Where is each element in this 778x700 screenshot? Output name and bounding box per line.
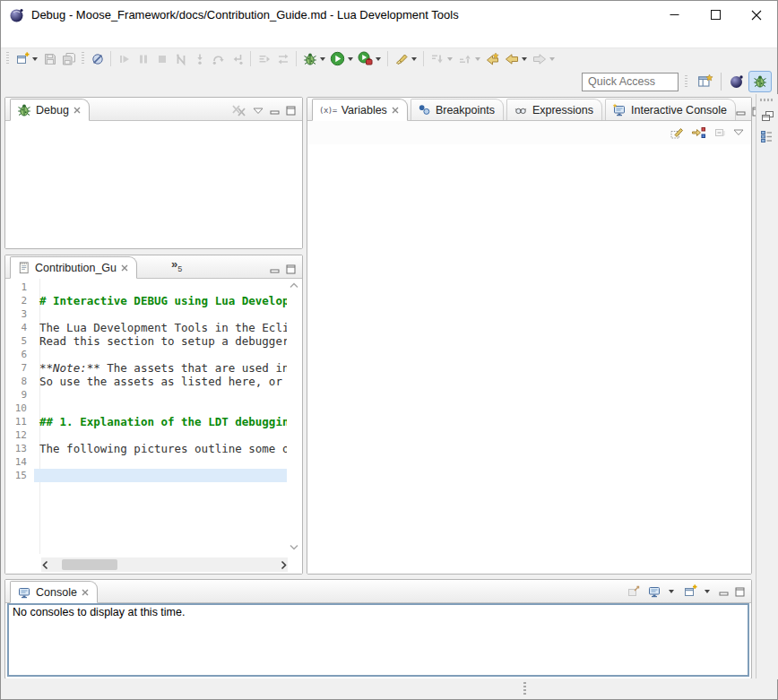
show-type-names-icon[interactable] (670, 125, 685, 140)
minimize-icon[interactable] (270, 106, 280, 116)
line-number[interactable]: 9 (5, 388, 34, 402)
tab-console[interactable]: Console (10, 581, 98, 603)
debug-dropdown-icon[interactable] (320, 57, 325, 61)
close-icon[interactable] (392, 107, 399, 114)
maximize-icon[interactable] (735, 587, 745, 597)
close-icon[interactable] (73, 107, 81, 114)
display-selected-console-icon[interactable] (647, 584, 661, 599)
external-tools-icon[interactable] (356, 49, 375, 68)
line-number[interactable]: 12 (5, 428, 34, 442)
maximize-icon[interactable] (286, 106, 296, 116)
line-number[interactable]: 11 (5, 415, 34, 428)
console-content[interactable]: No consoles to display at this time. (7, 603, 749, 677)
scroll-left-icon[interactable] (41, 560, 49, 570)
maximize-icon[interactable] (286, 264, 296, 274)
status-drag-handle[interactable] (523, 682, 526, 695)
editor-line[interactable]: 15 (5, 469, 287, 482)
editor-line[interactable]: 11 ## 1. Explanation of the LDT debuggin (5, 415, 287, 428)
scrollbar-thumb[interactable] (62, 559, 117, 570)
restore-view-icon[interactable] (761, 109, 774, 122)
quick-access-input[interactable] (582, 73, 679, 91)
line-number[interactable]: 1 (5, 281, 34, 294)
editor-line[interactable]: 7 **Note:** The assets that are used in (5, 361, 287, 375)
editor-content[interactable]: 1 2 # Interactive DEBUG using Lua Develo… (5, 279, 302, 574)
minimize-icon[interactable] (270, 264, 280, 274)
back-dropdown-icon[interactable] (522, 57, 527, 61)
editor-line[interactable]: 5 Read this section to setup a debugger (5, 334, 287, 348)
last-edit-location-icon[interactable] (483, 49, 502, 68)
skip-all-breakpoints-icon[interactable] (88, 49, 107, 68)
minimize-icon[interactable] (719, 587, 729, 597)
mark-occurrences-dropdown-icon[interactable] (411, 57, 417, 61)
mark-occurrences-icon[interactable] (392, 49, 411, 68)
code-text (34, 402, 287, 415)
run-dropdown-icon[interactable] (348, 57, 353, 61)
minimize-icon[interactable] (736, 107, 746, 117)
tab-expressions[interactable]: Expressions (506, 99, 602, 120)
save-all-icon[interactable] (59, 49, 78, 68)
debug-view-content[interactable] (5, 121, 302, 248)
variables-view-content[interactable] (307, 144, 751, 574)
new-dropdown-icon[interactable] (32, 57, 38, 61)
open-perspective-icon[interactable] (694, 71, 717, 92)
editor-lines[interactable]: 1 2 # Interactive DEBUG using Lua Develo… (5, 279, 287, 554)
line-number[interactable]: 13 (5, 442, 34, 455)
hidden-editors-chevron[interactable]: »5 (171, 257, 182, 273)
line-number[interactable]: 6 (5, 348, 34, 361)
show-logical-structures-icon[interactable] (691, 125, 706, 140)
editor-line[interactable]: 4 The Lua Development Tools in the Ecli (5, 321, 287, 334)
tab-variables[interactable]: (x)= Variables (312, 99, 408, 121)
editor-line[interactable]: 9 (5, 388, 287, 402)
editor-toolbar (270, 264, 302, 274)
scrollbar-track[interactable] (49, 557, 280, 572)
tab-debug[interactable]: Debug (10, 99, 90, 121)
editor-line[interactable]: 2 # Interactive DEBUG using Lua Develop (5, 294, 287, 307)
close-icon[interactable] (121, 264, 128, 272)
line-number[interactable]: 8 (5, 375, 34, 388)
editor-line[interactable]: 1 (5, 281, 287, 294)
tab-label: Breakpoints (436, 104, 495, 117)
status-bar (2, 678, 776, 698)
scroll-right-icon[interactable] (280, 560, 288, 570)
new-wizard-icon[interactable] (13, 49, 31, 68)
lua-perspective-icon[interactable] (725, 71, 748, 92)
close-icon[interactable] (82, 589, 89, 596)
line-number[interactable]: 2 (5, 294, 34, 307)
save-icon[interactable] (40, 49, 59, 68)
editor-line[interactable]: 6 (5, 348, 287, 361)
line-number[interactable]: 7 (5, 361, 34, 375)
window-minimize-icon[interactable] (653, 1, 695, 29)
open-console-dropdown-icon[interactable] (705, 590, 710, 593)
line-number[interactable]: 14 (5, 455, 34, 469)
editor-line[interactable]: 13 The following pictures outline some o (5, 442, 287, 455)
window-maximize-icon[interactable] (695, 1, 736, 29)
editor-line[interactable]: 3 (5, 307, 287, 321)
horizontal-scrollbar[interactable] (41, 557, 288, 572)
scroll-up-icon[interactable] (290, 282, 298, 289)
run-icon[interactable] (328, 49, 347, 68)
external-tools-dropdown-icon[interactable] (376, 57, 381, 61)
view-menu-icon[interactable] (733, 129, 744, 136)
editor-line[interactable]: 8 So use the assets as listed here, or (5, 375, 287, 388)
debug-icon[interactable] (300, 49, 319, 68)
back-icon[interactable] (502, 49, 521, 68)
line-number[interactable]: 10 (5, 402, 34, 415)
outline-view-icon[interactable] (760, 130, 774, 143)
scroll-down-icon[interactable] (290, 544, 298, 550)
window-close-icon[interactable] (736, 1, 777, 29)
view-menu-icon[interactable] (253, 108, 264, 115)
tab-interactive-console[interactable]: Interactive Console (605, 99, 736, 120)
tab-breakpoints[interactable]: Breakpoints (411, 99, 504, 120)
debug-perspective-icon[interactable] (748, 71, 772, 92)
editor-line[interactable]: 14 (5, 455, 287, 469)
editor-line[interactable]: 10 (5, 402, 287, 415)
line-number[interactable]: 3 (5, 307, 34, 321)
line-number[interactable]: 5 (5, 334, 34, 348)
trim-drag-handle[interactable] (760, 99, 774, 101)
line-number[interactable]: 15 (5, 469, 34, 482)
display-console-dropdown-icon[interactable] (669, 590, 674, 593)
open-console-icon[interactable] (683, 584, 697, 599)
editor-line[interactable]: 12 (5, 428, 287, 442)
line-number[interactable]: 4 (5, 321, 34, 334)
tab-contribution-guide[interactable]: Contribution_Gu (10, 256, 137, 279)
